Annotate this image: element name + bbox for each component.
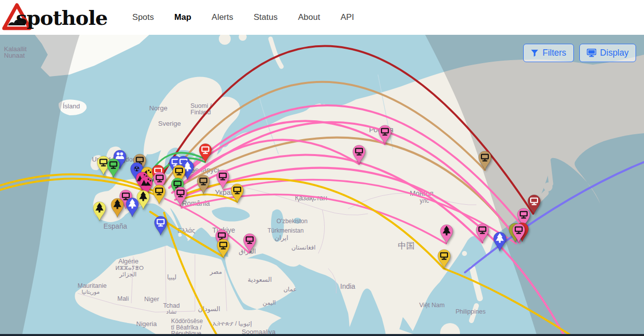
- display-icon: [587, 49, 596, 57]
- map-label: Suomi /: [190, 102, 212, 109]
- nav-item-spots[interactable]: Spots: [132, 12, 154, 22]
- map-label: Philippines: [456, 308, 485, 315]
- map-label: Türkmenistan: [268, 227, 304, 234]
- brand-name[interactable]: spothole: [16, 6, 107, 29]
- filter-icon: [531, 49, 539, 57]
- main-nav: SpotsMapAlertsStatusAboutAPI: [107, 12, 354, 22]
- brand[interactable]: spothole: [2, 2, 107, 32]
- island: [351, 290, 359, 298]
- map-label: ኢትዮጵያ / إثيوبيا: [213, 320, 252, 328]
- map-label: Nigeria: [136, 320, 157, 328]
- island: [462, 251, 467, 256]
- map-label: اليمن: [263, 299, 276, 307]
- map-label: O'zbekiston: [276, 218, 307, 225]
- map-label: Sverige: [158, 120, 181, 127]
- sea: [322, 65, 323, 102]
- map-label: Tchad: [163, 302, 180, 309]
- nav-item-status[interactable]: Status: [254, 12, 277, 22]
- map-label: السعودية: [248, 276, 272, 284]
- map-label: 中国: [398, 241, 415, 251]
- map-label: Ködörösêse: [171, 318, 203, 325]
- map-label: مصر: [209, 268, 222, 276]
- display-button[interactable]: Display: [579, 44, 636, 62]
- sea: [333, 63, 334, 90]
- spothole-app: spothole SpotsMapAlertsStatusAboutAPI Ka…: [0, 0, 644, 336]
- map-label: افغانستان: [291, 244, 316, 251]
- map-label: Algérie: [118, 257, 138, 265]
- nav-item-api[interactable]: API: [341, 12, 354, 22]
- map-label: عمان: [283, 286, 297, 293]
- footer-bar: [0, 334, 644, 336]
- world-map-canvas: KalaallitNunaatÍslandNorgeSverigeSuomi /…: [0, 35, 644, 336]
- nav-item-about[interactable]: About: [298, 12, 320, 22]
- map-label: España: [103, 222, 127, 230]
- map-label: موريتانيا: [82, 289, 99, 295]
- map-label: Mali: [117, 295, 129, 302]
- filters-button[interactable]: Filters: [523, 44, 574, 62]
- map-label: Niger: [144, 296, 159, 303]
- map-toolbar: Filters Display: [523, 44, 636, 62]
- map-label: ایران: [275, 234, 288, 242]
- map-label: Norge: [149, 104, 168, 112]
- filters-button-label: Filters: [543, 48, 566, 58]
- app-header: spothole SpotsMapAlertsStatusAboutAPI: [0, 0, 644, 35]
- map[interactable]: KalaallitNunaatÍslandNorgeSverigeSuomi /…: [0, 35, 644, 336]
- map-label: الجزائر: [119, 271, 137, 278]
- map-label: Việt Nam: [419, 302, 445, 309]
- nav-item-map[interactable]: Map: [175, 12, 191, 22]
- map-label: India: [340, 282, 356, 290]
- svg-text:☢: ☢: [133, 165, 140, 173]
- display-button-label: Display: [600, 48, 629, 58]
- map-label: تشاد: [166, 309, 177, 315]
- nav-item-alerts[interactable]: Alerts: [212, 12, 233, 22]
- map-label: Mauritanie: [78, 282, 106, 289]
- map-label: ⵍⵣⵣⴰⵢⴻⵔ: [115, 265, 144, 271]
- map-label: ليبيا: [167, 274, 177, 281]
- map-label: Ísland: [63, 102, 80, 110]
- map-label: Nunaat: [4, 52, 25, 59]
